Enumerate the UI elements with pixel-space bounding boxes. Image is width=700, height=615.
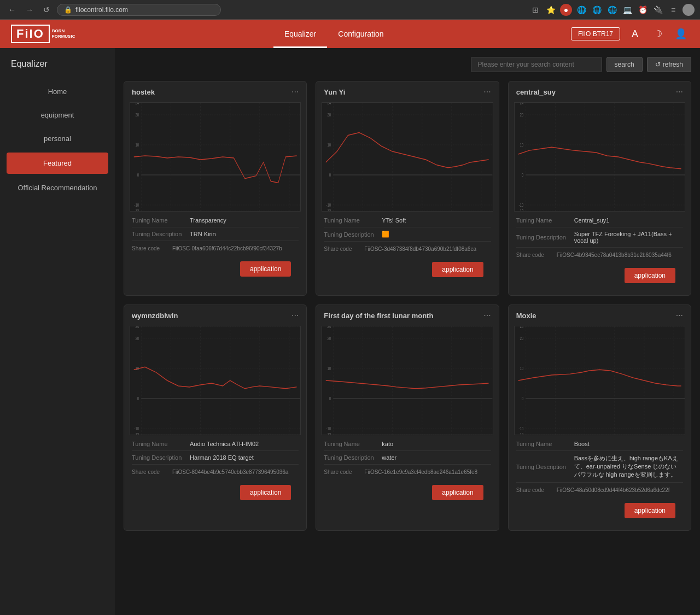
svg-text:0: 0	[522, 396, 523, 402]
url-bar[interactable]: 🔒 fiiocontrol.fiio.com	[57, 4, 221, 16]
card-menu-button[interactable]: ···	[483, 311, 491, 320]
translate-icon[interactable]: A	[627, 26, 643, 42]
svg-text:10: 10	[328, 366, 331, 372]
sidebar-item-personal[interactable]: personal	[0, 127, 115, 150]
browser-icon3[interactable]: 🌐	[606, 4, 618, 16]
logo-fiio: FiIO	[11, 25, 50, 43]
eq-svg: 2420100-10-12	[130, 103, 300, 211]
clock-icon[interactable]: ⏰	[637, 4, 649, 16]
svg-text:0: 0	[329, 172, 331, 178]
theme-icon[interactable]: ☽	[650, 26, 666, 42]
nav-tabs: Equalizer Configuration	[97, 20, 571, 48]
user-avatar[interactable]	[682, 4, 695, 16]
tuning-desc-label: Tuning Description	[324, 454, 378, 461]
browser-bar: ← → ↺ 🔒 fiiocontrol.fiio.com ⊞ ⭐ ● 🌐 🌐 🌐…	[0, 0, 700, 20]
eq-chart: 2420100-10-12	[130, 102, 301, 212]
divider1	[324, 450, 491, 451]
tuning-desc-row: Tuning Description water	[324, 454, 491, 461]
extensions-icon[interactable]: ⊞	[529, 4, 541, 16]
tuning-name-row: Tuning Name Central_suy1	[516, 217, 683, 224]
application-button[interactable]: application	[240, 485, 291, 500]
tuning-name-label: Tuning Name	[324, 217, 378, 224]
eq-chart: 2420100-10-12	[514, 326, 685, 435]
card-menu-button[interactable]: ···	[291, 311, 299, 320]
tuning-desc-value: water	[382, 454, 396, 461]
card-info: Tuning Name Boost Tuning Description Bas…	[509, 435, 691, 530]
card-header: Yun Yi ···	[316, 81, 498, 102]
application-button[interactable]: application	[432, 485, 483, 500]
star-icon[interactable]: ⭐	[545, 4, 557, 16]
svg-text:-12: -12	[518, 432, 523, 435]
reload-button[interactable]: ↺	[40, 4, 52, 15]
sidebar-item-home[interactable]: Home	[0, 80, 115, 103]
header-right: FIIO BTR17 A ☽ 👤	[571, 26, 689, 42]
tuning-desc-value: Harman 2018 EQ target	[190, 454, 254, 461]
application-button[interactable]: application	[625, 503, 675, 518]
share-code-value: FiiOSC-16e1e9c9a3cf4edb8ae246a1a1e65fe8	[364, 469, 477, 475]
app-header: FiIO BORNFORMUSIC Equalizer Configuratio…	[0, 20, 700, 48]
share-code-value: FiiOSC-4b9345ec78a0413b8b31e2b6035a44f6	[557, 252, 672, 258]
tuning-desc-row: Tuning Description Bassを多めに生え、high range…	[516, 454, 683, 479]
share-code-row: Share code FiiOSC-0faa606f67d44c22bcb96f…	[132, 245, 299, 251]
tuning-name-value: Audio Technica ATH-IM02	[190, 441, 259, 447]
monitor-icon[interactable]: 💻	[621, 4, 633, 16]
tuning-desc-row: Tuning Description 🟧	[324, 231, 491, 238]
eq-card-card2: Yun Yi ··· 2420100-10-12 Tuning Name YTs…	[316, 81, 499, 296]
clearfix: application	[324, 256, 491, 284]
search-bar: search ↺ refresh	[124, 57, 691, 72]
sidebar-item-equipment[interactable]: equipment	[0, 103, 115, 127]
card-menu-button[interactable]: ···	[676, 87, 683, 97]
record-icon[interactable]: ●	[560, 4, 572, 16]
application-button[interactable]: application	[625, 268, 675, 283]
card-title: Moxie	[516, 312, 536, 320]
account-icon[interactable]: 👤	[673, 26, 689, 42]
device-selector[interactable]: FIIO BTR17	[571, 27, 620, 40]
main-layout: Equalizer Home equipment personal Featur…	[0, 48, 700, 615]
svg-text:24: 24	[520, 103, 523, 106]
tab-equalizer[interactable]: Equalizer	[273, 20, 327, 48]
search-input[interactable]	[471, 57, 602, 72]
forward-button[interactable]: →	[23, 4, 36, 15]
svg-text:-10: -10	[518, 202, 523, 208]
tuning-name-row: Tuning Name Transparency	[132, 217, 299, 224]
tuning-name-row: Tuning Name Boost	[516, 441, 683, 447]
tab-configuration[interactable]: Configuration	[327, 20, 394, 48]
svg-text:10: 10	[520, 142, 523, 148]
tuning-desc-row: Tuning Description Harman 2018 EQ target	[132, 454, 299, 461]
application-button[interactable]: application	[240, 261, 291, 277]
eq-card-card5: First day of the first lunar month ··· 2…	[316, 304, 499, 531]
application-button[interactable]: application	[432, 262, 483, 277]
card-title: Yun Yi	[324, 88, 345, 96]
share-code-row: Share code FiiOSC-4b9345ec78a0413b8b31e2…	[516, 252, 683, 258]
clearfix: application	[132, 256, 299, 283]
divider1	[516, 450, 683, 451]
tuning-desc-value: TRN Kirin	[190, 231, 216, 237]
eq-svg: 2420100-10-12	[515, 103, 685, 211]
sidebar-item-featured[interactable]: Featured	[7, 153, 108, 174]
menu-icon[interactable]: ≡	[667, 4, 679, 16]
divider1	[132, 227, 299, 227]
card-info: Tuning Name Transparency Tuning Descript…	[124, 212, 306, 289]
tuning-name-label: Tuning Name	[516, 217, 571, 224]
eq-card-card4: wymnzdblwln ··· 2420100-10-12 Tuning Nam…	[124, 304, 307, 531]
back-button[interactable]: ←	[5, 4, 19, 15]
search-button[interactable]: search	[606, 57, 643, 72]
logo-area: FiIO BORNFORMUSIC	[11, 25, 75, 43]
card-menu-button[interactable]: ···	[291, 87, 299, 97]
plugin-icon[interactable]: 🔌	[652, 4, 664, 16]
tuning-desc-value: Super TFZ Forceking + JA11(Bass + vocal …	[574, 231, 683, 244]
refresh-button[interactable]: ↺ refresh	[647, 57, 691, 72]
browser-icons: ⊞ ⭐ ● 🌐 🌐 🌐 💻 ⏰ 🔌 ≡	[529, 4, 695, 16]
card-menu-button[interactable]: ···	[483, 87, 491, 97]
sidebar-item-official[interactable]: Official Recommendation	[0, 176, 115, 200]
svg-text:10: 10	[328, 142, 331, 148]
browser-icon2[interactable]: 🌐	[591, 4, 603, 16]
eq-svg: 2420100-10-12	[322, 103, 492, 211]
svg-text:-12: -12	[134, 432, 139, 435]
card-menu-button[interactable]: ···	[676, 311, 683, 320]
tuning-desc-value: Bassを多めに生え、high rangeもKAえて、ear-unpaired …	[574, 454, 683, 479]
browser-icon1[interactable]: 🌐	[575, 4, 587, 16]
url-text: fiiocontrol.fiio.com	[75, 6, 128, 14]
clearfix: application	[516, 262, 683, 290]
divider2	[324, 241, 491, 242]
